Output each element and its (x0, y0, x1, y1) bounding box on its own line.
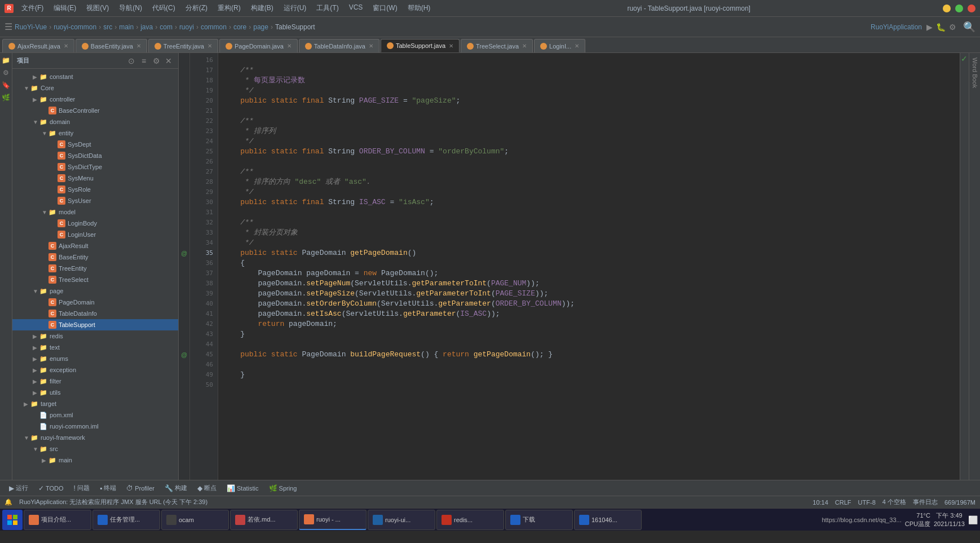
sidebar-item-src[interactable]: ▼ 📁 src (12, 443, 178, 454)
taskbar-item-projectintro[interactable]: 项目介绍... (24, 510, 91, 530)
word-book-label[interactable]: Word Book (970, 53, 979, 92)
taskbar-item-md[interactable]: 若依.md... (230, 510, 298, 530)
statistic-btn[interactable]: 📊 Statistic (222, 483, 263, 493)
profiler-btn[interactable]: ⏱ Profiler (122, 483, 159, 493)
menu-edit[interactable]: 编辑(E) (49, 2, 81, 14)
project-icon[interactable]: 📁 (1, 55, 11, 65)
spring-btn[interactable]: 🌿 Spring (264, 483, 302, 493)
tab-close-logini[interactable]: ✕ (575, 43, 579, 49)
sidebar-item-constant[interactable]: ▶ 📁 constant (12, 71, 178, 82)
breadcrumb-com[interactable]: com (160, 23, 173, 31)
sidebar-item-loginbody[interactable]: C LoginBody (12, 218, 178, 229)
tab-pagedomain[interactable]: PageDomain.java ✕ (219, 39, 298, 52)
breadcrumb-common[interactable]: ruoyi-common (54, 23, 96, 31)
start-button[interactable] (2, 510, 23, 530)
sidebar-item-ajaxresult[interactable]: C AjaxResult (12, 240, 178, 251)
taskbar-item-ruoyiui[interactable]: ruoyi-ui... (368, 510, 435, 530)
problems-btn[interactable]: ! 问题 (69, 483, 94, 493)
breadcrumb-src[interactable]: src (103, 23, 112, 31)
menu-run[interactable]: 运行(U) (279, 2, 311, 14)
tab-tablesupport[interactable]: TableSupport.java ✕ (381, 39, 460, 52)
sidebar-item-sysuser[interactable]: C SysUser (12, 195, 178, 206)
menu-view[interactable]: 视图(V) (82, 2, 113, 14)
menu-build[interactable]: 构建(B) (246, 2, 278, 14)
sidebar-item-utils[interactable]: ▶ 📁 utils (12, 387, 178, 398)
menu-navigate[interactable]: 导航(N) (114, 2, 147, 14)
tab-close-pagedomain[interactable]: ✕ (287, 43, 292, 49)
bookmark-icon[interactable]: 🔖 (1, 80, 11, 90)
sidebar-item-sysdept[interactable]: C SysDept (12, 139, 178, 150)
sidebar-item-treeentity[interactable]: C TreeEntity (12, 263, 178, 274)
run-config-select[interactable]: RuoYiApplication (871, 23, 922, 31)
menu-refactor[interactable]: 重构(R) (213, 2, 245, 14)
tab-close-ajaxresult[interactable]: ✕ (64, 43, 68, 49)
tab-ajaxresult[interactable]: AjaxResult.java ✕ (2, 39, 74, 52)
taskbar-item-ruoyi[interactable]: ruoyi - ... (299, 510, 367, 530)
minimize-button[interactable]: — (943, 5, 951, 12)
breadcrumb-ruoyi[interactable]: ruoyi (179, 23, 194, 31)
structure-icon[interactable]: ⚙ (1, 68, 11, 78)
run-btn[interactable]: ▶ 运行 (5, 483, 33, 493)
sidebar-item-text[interactable]: ▶ 📁 text (12, 342, 178, 353)
sidebar-item-sysmenu[interactable]: C SysMenu (12, 173, 178, 184)
taskbar-item-taskmgr[interactable]: 任务管理... (92, 510, 160, 530)
status-eventlog[interactable]: 事件日志 (913, 498, 938, 506)
breadcrumb-core[interactable]: core (233, 23, 246, 31)
status-encoding[interactable]: UTF-8 (858, 499, 876, 506)
taskbar-item-redis[interactable]: redis... (436, 510, 504, 530)
breadcrumb-ruoyivue[interactable]: RuoYi-Vue (15, 23, 47, 31)
toolbar-icon-left[interactable]: ☰ (5, 21, 12, 32)
tab-close-treeentity[interactable]: ✕ (208, 43, 212, 49)
sidebar-item-iml[interactable]: 📄 ruoyi-common.iml (12, 421, 178, 432)
sidebar-item-sysdictdata[interactable]: C SysDictData (12, 150, 178, 161)
tab-close-baseentity[interactable]: ✕ (136, 43, 141, 49)
sidebar-item-domain[interactable]: ▼ 📁 domain (12, 116, 178, 127)
terminal-btn[interactable]: ▪ 终端 (95, 483, 121, 493)
settings-button[interactable]: ⚙ (949, 23, 956, 32)
menu-tools[interactable]: 工具(T) (312, 2, 343, 14)
menu-help[interactable]: 帮助(H) (403, 2, 435, 14)
sidebar-item-pomxml[interactable]: 📄 pom.xml (12, 409, 178, 421)
taskbar-item-ocam[interactable]: ocam (161, 510, 229, 530)
sidebar-item-target[interactable]: ▶ 📁 target (12, 398, 178, 409)
close-button[interactable]: ✕ (968, 5, 975, 12)
breakpoints-btn[interactable]: ◆ 断点 (193, 483, 221, 493)
sidebar-item-loginuser[interactable]: C LoginUser (12, 229, 178, 240)
sidebar-item-entity[interactable]: ▼ 📁 entity (12, 127, 178, 139)
status-indent[interactable]: 4 个空格 (882, 498, 906, 506)
menu-vcs[interactable]: VCS (345, 2, 368, 14)
tab-treeselect[interactable]: TreeSelect.java ✕ (461, 39, 533, 52)
git-icon[interactable]: 🌿 (1, 92, 11, 103)
tab-treeentity[interactable]: TreeEntity.java ✕ (148, 39, 218, 52)
sidebar-close-btn[interactable]: ✕ (164, 56, 174, 65)
sidebar-item-pagedomain[interactable]: C PageDomain (12, 297, 178, 308)
taskbar-item-download[interactable]: 下载 (505, 510, 573, 530)
tab-close-tabledatainfo[interactable]: ✕ (369, 43, 373, 49)
breadcrumb-java[interactable]: java (140, 23, 153, 31)
tab-close-treeselect[interactable]: ✕ (522, 43, 527, 49)
breadcrumb-page[interactable]: page (253, 23, 268, 31)
debug-button[interactable]: 🐛 (936, 23, 946, 32)
sidebar-item-main[interactable]: ▶ 📁 main (12, 454, 178, 466)
sidebar-item-controller[interactable]: ▶ 📁 controller (12, 94, 178, 105)
menu-file[interactable]: 文件(F) (17, 2, 48, 14)
breadcrumb-common2[interactable]: common (201, 23, 227, 31)
sidebar-item-model[interactable]: ▼ 📁 model (12, 206, 178, 218)
sidebar-item-basecontroller[interactable]: C BaseController (12, 105, 178, 116)
sidebar-item-core[interactable]: ▼ 📁 Core (12, 82, 178, 94)
sidebar-item-redis[interactable]: ▶ 📁 redis (12, 330, 178, 342)
sidebar-tree[interactable]: ▶ 📁 constant ▼ 📁 Core ▶ 📁 controller (12, 69, 178, 480)
sidebar-item-exception[interactable]: ▶ 📁 exception (12, 364, 178, 376)
sidebar-collapse-btn[interactable]: ≡ (139, 56, 149, 65)
sidebar-item-filter[interactable]: ▶ 📁 filter (12, 376, 178, 387)
search-everywhere-button[interactable]: 🔍 (963, 21, 975, 33)
sidebar-item-sysdicttype[interactable]: C SysDictType (12, 161, 178, 173)
menu-code[interactable]: 代码(C) (148, 2, 180, 14)
menu-window[interactable]: 窗口(W) (368, 2, 401, 14)
sidebar-settings-btn[interactable]: ⚙ (151, 56, 161, 65)
sidebar-item-tabledatainfo[interactable]: C TableDataInfo (12, 308, 178, 319)
sidebar-item-page[interactable]: ▼ 📁 page (12, 285, 178, 297)
run-button[interactable]: ▶ (926, 23, 933, 32)
sidebar-item-treeselect[interactable]: C TreeSelect (12, 274, 178, 285)
menu-analyze[interactable]: 分析(Z) (181, 2, 212, 14)
